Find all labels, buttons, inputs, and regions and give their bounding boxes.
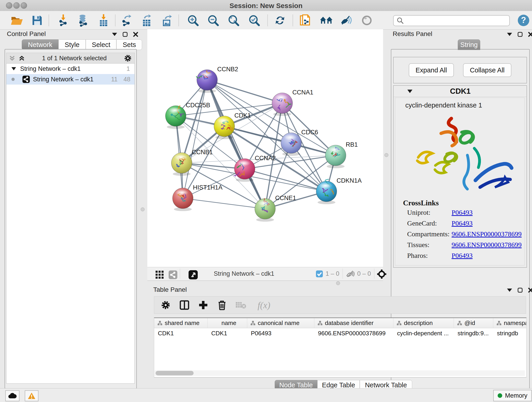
- network-node-cdk1[interactable]: CDK1: [214, 112, 251, 139]
- column-header-description[interactable]: description: [393, 318, 454, 328]
- share-document-button[interactable]: [298, 14, 312, 27]
- table-cell[interactable]: P06493: [247, 330, 314, 337]
- zoom-out-button[interactable]: [206, 14, 220, 27]
- table-cell[interactable]: 9606.ENSP00000378699: [314, 330, 393, 337]
- crosslink-link[interactable]: P06493: [452, 209, 473, 216]
- maximize-panel-icon[interactable]: [517, 287, 523, 293]
- tab-select[interactable]: Select: [86, 39, 117, 50]
- node-gloss: [168, 107, 181, 113]
- expand-all-tree-icon[interactable]: [19, 55, 25, 61]
- table-cell[interactable]: CDK1: [208, 330, 247, 337]
- search-input[interactable]: [405, 17, 509, 25]
- selected-checkbox[interactable]: [316, 270, 323, 277]
- zoom-fit-button[interactable]: [227, 14, 241, 27]
- gear-icon[interactable]: [124, 54, 132, 62]
- table-cell[interactable]: CDK1: [154, 330, 208, 337]
- birdseye-button[interactable]: [186, 268, 200, 281]
- column-header-id[interactable]: @id: [454, 318, 493, 328]
- export-table-button[interactable]: [140, 14, 153, 27]
- network-edge[interactable]: [183, 80, 207, 198]
- save-session-button[interactable]: [30, 14, 44, 27]
- network-node-ccna1[interactable]: CCNA1: [272, 89, 313, 116]
- network-edge[interactable]: [207, 80, 282, 103]
- crosshair-button[interactable]: [377, 269, 386, 279]
- table-cell[interactable]: stringdb:9...: [454, 330, 493, 337]
- import-database-button[interactable]: [76, 14, 90, 27]
- network-node-rb1[interactable]: RB1: [325, 141, 358, 168]
- float-panel-icon[interactable]: [112, 32, 117, 37]
- help-button[interactable]: ?: [517, 14, 530, 27]
- control-panel-window-buttons: [112, 32, 138, 37]
- zoom-selected-button[interactable]: [247, 14, 261, 27]
- table-settings-button[interactable]: [160, 299, 172, 311]
- network-node-cdkn1a[interactable]: CDKN1A: [316, 177, 362, 204]
- view-list-button[interactable]: [166, 268, 180, 281]
- close-panel-icon[interactable]: [528, 287, 532, 293]
- hidden-items-button[interactable]: [346, 270, 355, 278]
- maximize-panel-icon[interactable]: [122, 32, 128, 37]
- expand-all-button[interactable]: Expand All: [409, 63, 454, 77]
- network-canvas[interactable]: CCNB2CCNA1CDC25BCDK1CDC6RB1CCNB1CCNA2CDK…: [147, 29, 383, 267]
- network-row[interactable]: String Network – cdk1 11 48: [6, 74, 134, 85]
- crosslink-link[interactable]: P06493: [452, 219, 473, 227]
- grid-view-button[interactable]: [153, 268, 167, 281]
- tab-style[interactable]: Style: [58, 39, 85, 50]
- search-icon: [396, 17, 404, 25]
- table-cell[interactable]: cyclin-dependent ...: [393, 330, 454, 337]
- export-table-icon: [141, 14, 152, 27]
- warnings-button[interactable]: [25, 390, 38, 401]
- table-row[interactable]: CDK1CDK1P064939606.ENSP00000378699cyclin…: [154, 328, 526, 338]
- maximize-panel-icon[interactable]: [517, 32, 523, 37]
- import-network-button[interactable]: [57, 14, 70, 27]
- zoom-in-button[interactable]: [186, 14, 200, 27]
- export-image-icon: [161, 14, 173, 27]
- column-header-database-identifier[interactable]: database identifier: [314, 318, 393, 328]
- left-splitter-handle[interactable]: [141, 207, 145, 211]
- gene-header[interactable]: CDK1: [394, 86, 526, 97]
- show-columns-button[interactable]: [178, 299, 190, 311]
- export-image-button[interactable]: [160, 14, 174, 27]
- collapse-all-tree-icon[interactable]: [9, 55, 15, 61]
- crosslink-link[interactable]: 9606.ENSP00000378699: [452, 241, 522, 249]
- memory-button[interactable]: Memory: [493, 390, 532, 401]
- delete-column-button[interactable]: [216, 299, 228, 311]
- column-header-canonical-name[interactable]: canonical name: [247, 318, 314, 328]
- network-collection-row[interactable]: String Network – cdk1 1: [6, 64, 134, 74]
- horizontal-splitter-handle[interactable]: [336, 281, 340, 285]
- float-panel-icon[interactable]: [507, 32, 512, 37]
- chevron-down-icon[interactable]: [407, 89, 412, 93]
- chevron-down-icon[interactable]: [12, 67, 16, 70]
- refresh-button[interactable]: [273, 14, 287, 27]
- column-header-name[interactable]: name: [208, 318, 247, 328]
- tab-string[interactable]: String: [458, 39, 480, 50]
- network-node-ccnb1[interactable]: CCNB1: [171, 149, 213, 176]
- visual-properties-button[interactable]: [340, 14, 353, 27]
- network-node-ccnb2[interactable]: CCNB2: [196, 66, 238, 93]
- scrollbar-thumb[interactable]: [156, 371, 194, 375]
- right-splitter-handle[interactable]: [385, 153, 388, 157]
- tab-sets[interactable]: Sets: [116, 39, 142, 50]
- network-node-cdc6[interactable]: CDC6: [281, 129, 318, 156]
- float-panel-icon[interactable]: [507, 287, 512, 293]
- export-network-button[interactable]: [120, 14, 133, 27]
- import-table-button[interactable]: [97, 14, 110, 27]
- close-panel-icon[interactable]: [528, 32, 532, 37]
- cloud-button[interactable]: [5, 390, 19, 401]
- node-label: CCNB2: [217, 66, 238, 73]
- preview-button[interactable]: [360, 14, 374, 27]
- homes-button[interactable]: [319, 14, 333, 27]
- collapse-all-button[interactable]: Collapse All: [463, 63, 512, 77]
- open-session-button[interactable]: [10, 14, 24, 27]
- crosslink-link[interactable]: 9606.ENSP00000378699: [452, 230, 522, 238]
- tab-network[interactable]: Network: [22, 39, 58, 50]
- create-column-button[interactable]: [197, 299, 209, 311]
- horizontal-scrollbar[interactable]: [155, 370, 525, 376]
- close-panel-icon[interactable]: [133, 32, 138, 37]
- network-edge[interactable]: [183, 198, 265, 209]
- network-node-cdc25b[interactable]: CDC25B: [165, 102, 210, 129]
- table-cell[interactable]: stringdb: [493, 330, 526, 337]
- column-header-namespace[interactable]: namespace: [493, 318, 526, 328]
- column-header-shared-name[interactable]: shared name: [154, 318, 208, 328]
- network-node-hist1h1a[interactable]: HIST1H1A: [172, 184, 222, 211]
- crosslink-link[interactable]: P06493: [452, 252, 473, 259]
